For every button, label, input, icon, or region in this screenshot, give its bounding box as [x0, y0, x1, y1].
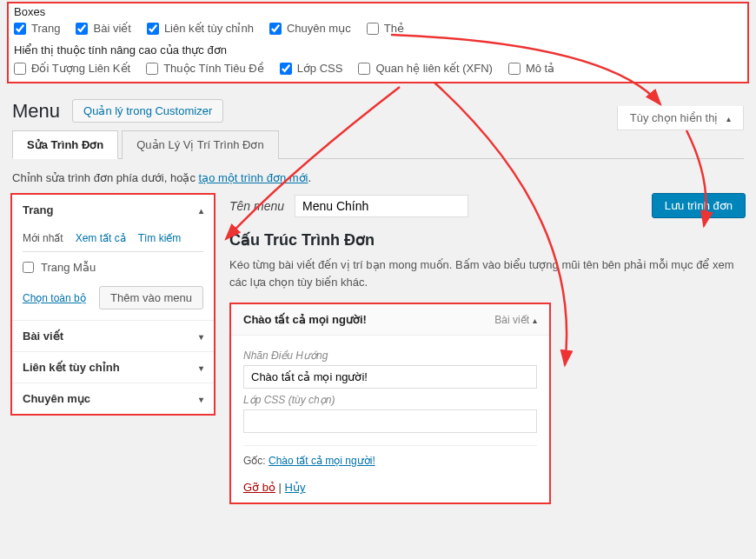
structure-title: Cấu Trúc Trình Đơn	[229, 230, 746, 250]
page-title: Menu	[12, 100, 60, 123]
adv-titleattr[interactable]: Thuộc Tính Tiêu Đề	[146, 62, 263, 75]
adv-css[interactable]: Lớp CSS	[280, 62, 343, 75]
adv-target[interactable]: Đối Tượng Liên Kết	[14, 62, 130, 75]
structure-desc: Kéo từng bài viết đến vị trí bạn mong mu…	[229, 256, 746, 290]
adv-xfn[interactable]: Quan hệ liên kết (XFN)	[358, 62, 493, 75]
acc-pages-body: Mới nhất Xem tất cả Tìm kiếm Trang Mẫu C…	[12, 225, 214, 320]
nav-label-caption: Nhãn Điều Hướng	[243, 349, 537, 362]
css-class-input[interactable]	[243, 409, 537, 433]
checkbox[interactable]	[508, 63, 521, 75]
accordion-panel: Trang Mới nhất Xem tất cả Tìm kiếm Trang…	[12, 195, 214, 414]
checkbox[interactable]	[147, 23, 159, 35]
origin-row: Gốc: Chào tất cả mọi người!	[243, 445, 537, 467]
acc-pages-header[interactable]: Trang	[12, 195, 214, 225]
menu-item-type: Bài viết	[494, 314, 537, 326]
subtab-recent[interactable]: Mới nhất	[23, 232, 63, 244]
checkbox[interactable]	[280, 63, 292, 75]
pages-subtabs: Mới nhất Xem tất cả Tìm kiếm	[23, 232, 203, 252]
checkbox[interactable]	[14, 23, 26, 35]
adv-desc[interactable]: Mô tả	[508, 62, 554, 75]
caret-down-icon	[199, 392, 203, 405]
checkbox[interactable]	[358, 63, 370, 75]
screen-options-toggle[interactable]: Tùy chọn hiền thị	[617, 106, 744, 130]
caret-up-icon	[533, 314, 537, 326]
page-item-sample[interactable]: Trang Mẫu	[23, 261, 203, 274]
box-baiviet[interactable]: Bài viết	[76, 22, 130, 35]
checkbox[interactable]	[14, 63, 26, 75]
screen-options-panel: Boxes Trang Bài viết Liên kết tùy chỉnh …	[7, 2, 749, 83]
remove-link[interactable]: Gỡ bỏ	[243, 481, 275, 494]
info-bar: Chỉnh sửa trình đơn phía dưới, hoặc tạo …	[12, 171, 744, 184]
menu-item-body: Nhãn Điều Hướng Lớp CSS (tùy chọn) Gốc: …	[231, 336, 549, 476]
advanced-legend: Hiển thị thuộc tính nâng cao của thực đơ…	[14, 43, 742, 57]
caret-up-icon	[726, 111, 731, 124]
advanced-row: Đối Tượng Liên Kết Thuộc Tính Tiêu Đề Lớ…	[14, 62, 742, 75]
tab-edit-menu[interactable]: Sửa Trình Đơn	[12, 130, 118, 159]
menu-item-title: Chào tất cả mọi người!	[243, 313, 367, 326]
checkbox[interactable]	[367, 23, 379, 35]
cancel-link[interactable]: Hủy	[285, 481, 306, 494]
box-the[interactable]: Thẻ	[367, 22, 404, 35]
boxes-legend: Boxes	[14, 5, 742, 18]
add-to-menu-button[interactable]: Thêm vào menu	[99, 286, 203, 309]
manage-customizer-button[interactable]: Quản lý trong Customizer	[72, 99, 223, 123]
caret-down-icon	[199, 361, 203, 374]
menu-settings-column: Tên menu Lưu trình đơn Cấu Trúc Trình Đơ…	[229, 193, 746, 504]
left-highlight-box: Trang Mới nhất Xem tất cả Tìm kiếm Trang…	[10, 193, 216, 416]
select-all-link[interactable]: Chọn toàn bộ	[23, 292, 86, 304]
menu-item-actions: Gỡ bỏ | Hủy	[231, 476, 549, 502]
acc-posts-header[interactable]: Bài viết	[12, 320, 214, 351]
nav-label-input[interactable]	[243, 365, 537, 389]
menu-item-box: Chào tất cả mọi người! Bài viết Nhãn Điề…	[229, 303, 551, 504]
tab-manage-locations[interactable]: Quản Lý Vị Trí Trình Đơn	[122, 130, 278, 159]
acc-categories-header[interactable]: Chuyên mục	[12, 383, 214, 414]
create-new-menu-link[interactable]: tạo một trình đơn mới	[199, 171, 308, 184]
checkbox[interactable]	[146, 63, 158, 75]
subtab-all[interactable]: Xem tất cả	[76, 232, 126, 244]
subtab-search[interactable]: Tìm kiếm	[138, 232, 182, 244]
nav-tabs: Sửa Trình Đơn Quản Lý Vị Trí Trình Đơn	[12, 130, 744, 159]
menu-name-input[interactable]	[295, 195, 468, 217]
box-chuyenmuc[interactable]: Chuyên mục	[269, 22, 351, 35]
box-lienket[interactable]: Liên kết tùy chỉnh	[147, 22, 254, 35]
caret-down-icon	[199, 329, 203, 343]
checkbox[interactable]	[23, 262, 34, 273]
menu-name-row: Tên menu Lưu trình đơn	[229, 193, 746, 218]
save-menu-button[interactable]: Lưu trình đơn	[652, 193, 746, 218]
origin-link[interactable]: Chào tất cả mọi người!	[269, 455, 375, 467]
caret-up-icon	[199, 203, 203, 216]
checkbox[interactable]	[269, 23, 282, 35]
boxes-row: Trang Bài viết Liên kết tùy chỉnh Chuyên…	[14, 22, 742, 35]
acc-customlinks-header[interactable]: Liên kết tùy chỉnh	[12, 351, 214, 383]
box-trang[interactable]: Trang	[14, 22, 60, 35]
menu-item-header[interactable]: Chào tất cả mọi người! Bài viết	[231, 304, 549, 336]
menu-name-label: Tên menu	[229, 199, 284, 213]
checkbox[interactable]	[76, 23, 88, 35]
css-label-caption: Lớp CSS (tùy chọn)	[243, 394, 537, 406]
